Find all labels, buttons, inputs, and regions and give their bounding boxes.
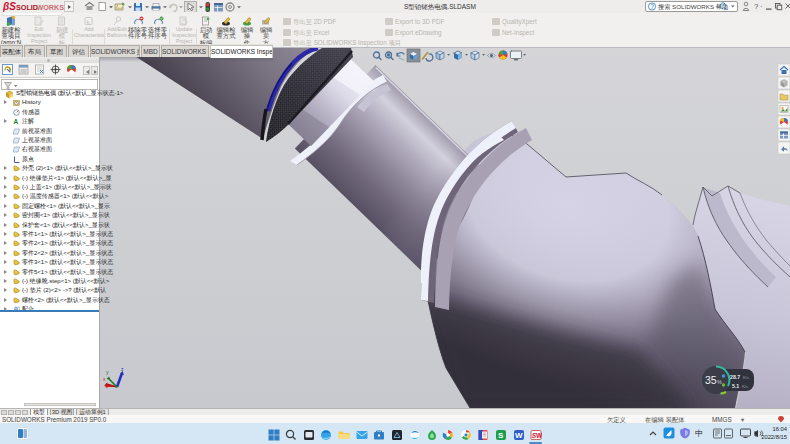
svg-text:W: W xyxy=(515,431,523,440)
svg-text:SOLID: SOLID xyxy=(16,3,38,12)
svg-text:?: ? xyxy=(754,2,759,11)
svg-text:A: A xyxy=(14,118,19,125)
svg-text:WORKS: WORKS xyxy=(37,3,65,12)
svg-text:k: k xyxy=(87,19,91,25)
svg-text:搜索 SOLIDWORKS 帮助: 搜索 SOLIDWORKS 帮助 xyxy=(658,3,728,11)
svg-text:W: W xyxy=(536,432,542,439)
svg-text:βS: βS xyxy=(3,1,16,12)
svg-text:K/s: K/s xyxy=(742,384,748,389)
svg-text:S: S xyxy=(498,431,504,440)
svg-text:35: 35 xyxy=(705,374,717,386)
svg-text:%: % xyxy=(717,379,722,385)
svg-text:5.1: 5.1 xyxy=(732,383,739,389)
svg-text:·: · xyxy=(760,2,763,11)
svg-text:28.7: 28.7 xyxy=(730,374,740,380)
svg-text:K/s: K/s xyxy=(743,375,749,380)
svg-text:?: ? xyxy=(650,3,654,10)
